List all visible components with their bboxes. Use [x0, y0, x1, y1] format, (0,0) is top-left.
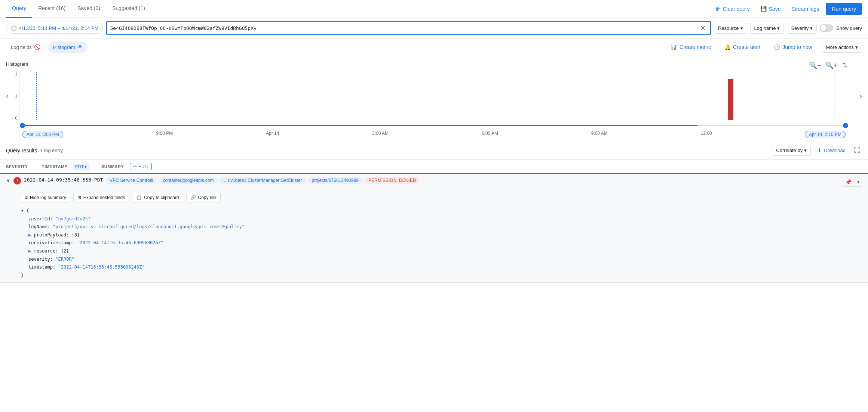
- save-button[interactable]: 💾 Save: [757, 4, 785, 14]
- eye-off-icon: 🚫: [34, 44, 40, 50]
- log-tag-project[interactable]: projects/676612490989: [308, 177, 362, 184]
- log-name-filter[interactable]: Log name ▾: [750, 23, 784, 34]
- expand-nested-icon: ⊞: [77, 195, 81, 200]
- run-query-button[interactable]: Run query: [826, 3, 862, 15]
- search-row: 🕐 4/13/22, 5:14 PM – 4/14/22, 2:14 PM ✕ …: [0, 18, 868, 38]
- log-field-resource: ▶ resource: {2}: [21, 247, 862, 255]
- search-input[interactable]: [110, 25, 698, 31]
- log-field-severity: severity: "ERROR": [21, 255, 862, 264]
- log-open-brace: ▾ {: [21, 208, 29, 213]
- trash-icon: 🗑: [715, 6, 720, 12]
- log-entry-header: ▾ ! 2022-04-14 09:35:46.553 PDT VPC Serv…: [0, 174, 868, 190]
- search-clear-icon[interactable]: ✕: [699, 23, 707, 33]
- log-tag-container[interactable]: container.googleapis.com: [159, 177, 217, 184]
- jump-to-now-button[interactable]: 🕐 Jump to now: [770, 42, 816, 52]
- copy-link-button[interactable]: 🔗 Copy link: [186, 193, 221, 202]
- log-content: ▾ { insertId: "nv7gumd2u2k" logName: "pr…: [21, 207, 862, 279]
- log-field-receivetimestamp: receiveTimestamp: "2022-04-14T16:35:46.6…: [21, 239, 862, 247]
- chevron-down-icon: ▾: [85, 164, 87, 169]
- clipboard-icon: 📋: [136, 195, 142, 200]
- toolbar-row: Log fields 🚫 Histogram 👁 📊 Create metric…: [0, 38, 868, 56]
- edit-icon: ✏: [133, 164, 137, 169]
- log-timestamp: 2022-04-14 09:35:46.553 PDT: [24, 177, 103, 183]
- col-summary-header: SUMMARY: [101, 164, 124, 169]
- log-field-logname: logName: "projects/vpc-sc-misconfigured/…: [21, 223, 862, 231]
- histogram-title: Histogram: [6, 61, 28, 67]
- timeline-start-dot: [20, 123, 25, 128]
- log-actions-bar: ≡ Hide log summary ⊞ Expand nested field…: [21, 193, 862, 202]
- expand-collapse-icon[interactable]: ⇅: [841, 61, 849, 70]
- toggle-knob: [821, 25, 826, 31]
- pin-dropdown-arrow[interactable]: ▾: [855, 178, 862, 186]
- download-icon: ⬇: [818, 148, 822, 153]
- link-icon: 🔗: [190, 195, 196, 200]
- show-query-toggle[interactable]: [820, 24, 833, 32]
- eye-icon: 👁: [77, 44, 83, 50]
- copy-to-clipboard-button[interactable]: 📋 Copy to clipboard: [132, 193, 183, 202]
- search-box[interactable]: ✕: [106, 21, 711, 35]
- chevron-down-icon: ▾: [855, 44, 858, 50]
- severity-filter[interactable]: Severity ▾: [787, 23, 817, 34]
- histogram-bar: [728, 79, 733, 120]
- timezone-badge[interactable]: PDT ▾: [73, 164, 89, 170]
- chevron-down-icon: ▾: [740, 25, 743, 31]
- create-alert-button[interactable]: 🔔 Create alert: [721, 42, 764, 52]
- zoom-in-icon[interactable]: 🔍+: [825, 61, 838, 70]
- more-actions-button[interactable]: More actions ▾: [822, 42, 862, 53]
- clock-icon: 🕐: [11, 25, 17, 31]
- table-header: SEVERITY TIMESTAMP ↑ PDT ▾ SUMMARY ✏ EDI…: [0, 160, 868, 174]
- log-field-insertid: insertId: "nv7gumd2u2k": [21, 215, 862, 223]
- zoom-out-icon[interactable]: 🔍−: [808, 61, 822, 70]
- log-tag-method[interactable]: …r.v1beta1.ClusterManager.GetCluster: [220, 177, 306, 184]
- expand-log-arrow[interactable]: ▾: [6, 177, 10, 184]
- query-results-header: Query results 1 log entry Correlate by ▾…: [0, 141, 868, 160]
- histogram-button[interactable]: Histogram 👁: [48, 41, 88, 53]
- chevron-down-icon: ▾: [777, 25, 780, 31]
- log-tag-vpc[interactable]: VPC Service Controls: [106, 177, 157, 184]
- tab-recent[interactable]: Recent (16): [32, 0, 71, 18]
- sort-asc-icon[interactable]: ↑: [69, 164, 71, 169]
- tab-query[interactable]: Query: [6, 0, 32, 18]
- summary-icon: ≡: [25, 195, 28, 200]
- stream-logs-button[interactable]: Stream logs: [788, 4, 823, 14]
- fullscreen-button[interactable]: ⛶: [852, 145, 862, 156]
- save-icon: 💾: [760, 6, 767, 12]
- timeline-end-label[interactable]: Apr 14, 2:15 PM: [805, 131, 846, 138]
- datetime-picker[interactable]: 🕐 4/13/22, 5:14 PM – 4/14/22, 2:14 PM: [6, 23, 103, 34]
- create-metric-button[interactable]: 📊 Create metric: [667, 42, 715, 52]
- edit-summary-button[interactable]: ✏ EDIT: [130, 163, 152, 170]
- correlate-by-button[interactable]: Correlate by ▾: [772, 145, 811, 156]
- timeline-end-dot: [843, 123, 848, 128]
- log-tag-permission-denied[interactable]: PERMISSION_DENIED: [365, 177, 420, 184]
- pin-icon: 📌: [842, 177, 855, 186]
- top-tabs-bar: Query Recent (16) Saved (0) Suggested (1…: [0, 0, 868, 18]
- log-field-timestamp: timestamp: "2022-04-14T16:35:46.55309624…: [21, 263, 862, 272]
- severity-error-icon: !: [13, 177, 21, 185]
- log-fields-button[interactable]: Log fields 🚫: [6, 41, 45, 53]
- alert-icon: 🔔: [724, 44, 731, 50]
- toolbar-right: 📊 Create metric 🔔 Create alert 🕐 Jump to…: [667, 42, 862, 53]
- download-button[interactable]: ⬇ Download: [814, 145, 849, 155]
- timeline-start-label[interactable]: Apr 13, 5:00 PM: [22, 131, 63, 138]
- col-timestamp-header: TIMESTAMP ↑ PDT ▾: [42, 164, 89, 170]
- query-results-count: 1 log entry: [40, 148, 63, 153]
- histogram-nav-right[interactable]: ›: [859, 72, 862, 120]
- top-actions-area: 🗑 Clear query 💾 Save Stream logs Run que…: [711, 3, 862, 15]
- log-detail-expanded: ≡ Hide log summary ⊞ Expand nested field…: [0, 190, 868, 282]
- expand-nested-fields-button[interactable]: ⊞ Expand nested fields: [73, 193, 129, 202]
- tab-suggested[interactable]: Suggested (1): [106, 0, 151, 18]
- log-close-brace: }: [21, 273, 24, 278]
- clock-icon: 🕐: [774, 44, 780, 50]
- resource-filter[interactable]: Resource ▾: [714, 23, 747, 34]
- log-tags-container: VPC Service Controls container.googleapi…: [106, 177, 839, 184]
- tab-saved[interactable]: Saved (0): [71, 0, 106, 18]
- show-query-label: Show query: [836, 25, 862, 31]
- chevron-down-icon: ▾: [810, 25, 813, 31]
- hide-log-summary-button[interactable]: ≡ Hide log summary: [21, 193, 70, 202]
- histogram-nav-left[interactable]: ‹: [6, 72, 9, 120]
- show-query-toggle-row: Show query: [820, 24, 862, 32]
- datetime-label: 4/13/22, 5:14 PM – 4/14/22, 2:14 PM: [19, 25, 98, 31]
- clear-query-button[interactable]: 🗑 Clear query: [711, 4, 753, 14]
- histogram-section: Histogram 🔍− 🔍+ ⇅ ‹ 1 1 0: [0, 56, 868, 140]
- pin-button[interactable]: 📌 ▾: [842, 177, 862, 187]
